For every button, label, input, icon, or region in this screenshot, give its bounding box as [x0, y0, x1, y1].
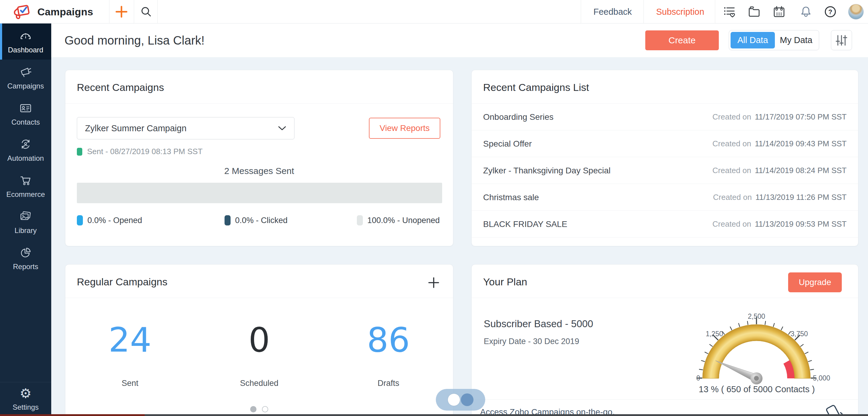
sliders-icon: [835, 34, 848, 47]
user-avatar[interactable]: [848, 4, 864, 20]
sidebar-item-settings[interactable]: ⚙ Settings: [0, 382, 51, 416]
bottom-bar: [145, 414, 868, 416]
plan-subscription-type: Subscriber Based - 5000: [484, 318, 593, 330]
stat-scheduled[interactable]: 0 Scheduled: [195, 305, 324, 388]
sidebar-item-automation[interactable]: Automation: [0, 132, 51, 168]
zoho-campaigns-dashboard: Campaigns Feedback Subscription: [0, 0, 868, 416]
quick-create-button[interactable]: [112, 0, 131, 24]
sidebar: Dashboard Campaigns Contacts: [0, 24, 51, 416]
carousel-dot-active[interactable]: [250, 406, 256, 412]
campaign-list-row[interactable]: Christmas sale Created on11/13/2019 11:2…: [472, 184, 858, 211]
search-button[interactable]: [136, 0, 156, 24]
usage-gauge: 0 1,250 2,500 3,750 5,000: [678, 309, 835, 396]
calendar-button[interactable]: [771, 0, 787, 24]
legend-chip: [357, 215, 363, 226]
help-icon: ?: [824, 5, 837, 19]
campaign-stats: 24 Sent 0 Scheduled 86 Drafts: [65, 305, 453, 388]
plus-icon: [115, 5, 128, 18]
divider: [644, 0, 644, 24]
card-title: Recent Campaigns List: [483, 81, 589, 93]
calendar-icon: [772, 5, 786, 19]
toggle-knob: [461, 393, 473, 406]
campaign-list-row[interactable]: Zylker - Thanksgiving Day Special Create…: [472, 157, 858, 184]
stat-label: Drafts: [324, 379, 453, 388]
campaign-select-value: Zylker Summer Campaign: [85, 124, 187, 133]
dashboard-page-toggle[interactable]: [436, 389, 485, 411]
sidebar-item-reports[interactable]: Reports: [0, 240, 51, 276]
legend-chip: [224, 215, 230, 226]
subscription-link[interactable]: Subscription: [656, 0, 704, 24]
divider: [715, 0, 715, 24]
recent-campaigns-list-card: Recent Campaigns List Onboarding Series …: [471, 70, 858, 246]
notifications-button[interactable]: [798, 0, 814, 24]
search-icon: [140, 6, 152, 18]
usage-caption: 13 % ( 650 of 5000 Contacts ): [666, 384, 847, 394]
megaphone-icon: [19, 65, 33, 79]
sidebar-item-library[interactable]: Library: [0, 204, 51, 240]
list-heart-icon: [723, 5, 737, 19]
stat-label: Scheduled: [195, 379, 324, 388]
sidebar-item-ecommerce[interactable]: Ecommerce: [0, 168, 51, 204]
card-title: Regular Campaigns: [77, 276, 167, 288]
my-data-tab[interactable]: My Data: [775, 32, 817, 48]
stat-value: 0: [195, 305, 324, 375]
gear-icon: ⚙: [20, 387, 31, 400]
chat-widget-bar[interactable]: [0, 414, 145, 416]
gauge-tick-label: 3,750: [790, 330, 808, 338]
stat-value: 24: [65, 305, 195, 375]
carousel-dot[interactable]: [262, 406, 268, 412]
pie-chart-icon: [19, 246, 33, 259]
contact-card-icon: [19, 101, 33, 115]
bar-segment-unopened: [77, 183, 442, 203]
cart-icon: [19, 173, 33, 187]
all-data-tab[interactable]: All Data: [731, 32, 775, 48]
activity-list-button[interactable]: [721, 0, 738, 24]
sidebar-item-dashboard[interactable]: Dashboard: [0, 24, 51, 60]
feedback-link[interactable]: Feedback: [593, 0, 632, 24]
card-title: Recent Campaigns: [77, 81, 164, 93]
stat-label: Sent: [65, 379, 195, 388]
sidebar-item-label: Reports: [13, 263, 38, 271]
sent-status-dot: [77, 148, 82, 155]
regular-campaigns-card: Regular Campaigns 24 Sent 0 Scheduled 86…: [65, 264, 453, 416]
bell-icon: [799, 5, 812, 19]
create-button[interactable]: Create: [645, 30, 719, 50]
divider: [134, 0, 134, 24]
stat-sent[interactable]: 24 Sent: [65, 305, 195, 388]
add-campaign-button[interactable]: [428, 277, 440, 289]
divider: [109, 0, 110, 24]
folder-button[interactable]: [746, 0, 762, 24]
help-button[interactable]: ?: [823, 0, 838, 24]
card-title: Your Plan: [483, 276, 527, 288]
sidebar-item-label: Contacts: [11, 118, 40, 127]
campaign-list-row[interactable]: Onboarding Series Created on11/17/2019 0…: [472, 104, 858, 130]
your-plan-card: Your Plan Upgrade Subscriber Based - 500…: [471, 264, 858, 416]
stat-drafts[interactable]: 86 Drafts: [324, 305, 453, 388]
greeting-text: Good morning, Lisa Clark!: [64, 24, 205, 57]
sidebar-item-campaigns[interactable]: Campaigns: [0, 60, 51, 96]
customize-dashboard-button[interactable]: [831, 30, 852, 50]
recent-campaigns-card: Recent Campaigns Zylker Summer Campaign …: [65, 70, 453, 246]
data-scope-segment: All Data My Data: [729, 30, 819, 50]
divider: [65, 103, 453, 104]
divider: [472, 400, 858, 400]
plus-icon: [428, 277, 440, 289]
sidebar-item-label: Library: [14, 227, 36, 235]
gauge-tick-label: 0: [696, 374, 700, 382]
sidebar-item-label: Automation: [7, 154, 44, 163]
svg-text:?: ?: [828, 8, 832, 16]
upgrade-button[interactable]: Upgrade: [788, 272, 842, 292]
campaign-select[interactable]: Zylker Summer Campaign: [77, 117, 294, 139]
campaign-list-row[interactable]: Special Offer Created on11/14/2019 09:43…: [472, 130, 858, 157]
sidebar-item-label: Ecommerce: [6, 190, 45, 199]
view-reports-button[interactable]: View Reports: [369, 118, 440, 139]
images-icon: [19, 209, 33, 223]
campaign-sent-status: Sent - 08/27/2019 08:13 PM SST: [77, 147, 203, 156]
campaign-list-row[interactable]: BLACK FRIDAY SALE Created on11/13/2019 0…: [472, 211, 858, 238]
toggle-knob-active: [447, 393, 460, 406]
divider: [157, 0, 158, 24]
sidebar-item-contacts[interactable]: Contacts: [0, 96, 51, 132]
legend-item-unopened: 100.0% - Unopened: [357, 215, 440, 226]
gauge-tick-label: 1,250: [706, 330, 723, 338]
app-logo-icon: [13, 3, 31, 21]
